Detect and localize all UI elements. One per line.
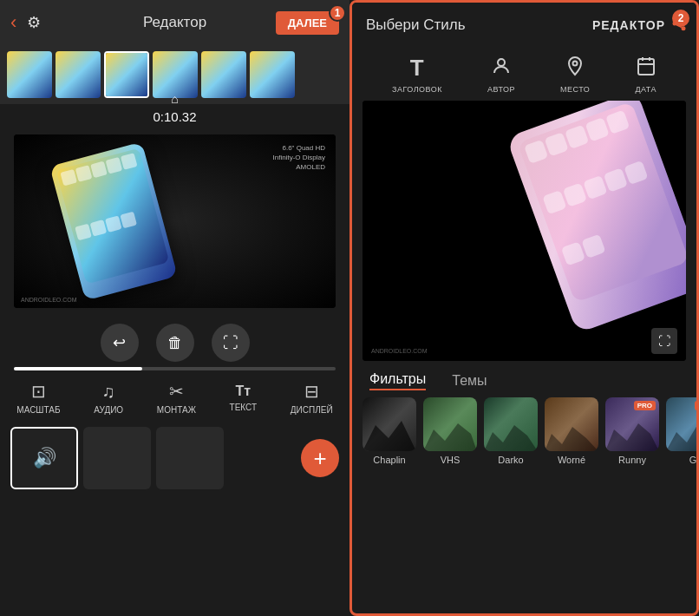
clip-audio[interactable]: 🔊 (10, 427, 78, 489)
heading-icon: T (410, 55, 424, 82)
thumb-1[interactable] (7, 51, 52, 98)
thumb-2[interactable] (56, 51, 101, 98)
left-panel: ‹ ⚙ Редактор ДАЛЕЕ 1 ⌂ 0:10.32 6.6 (0, 0, 350, 616)
filter-row: Chaplin VHS Darko Worné (352, 394, 696, 472)
pro-badge-runny: PRO (634, 401, 656, 410)
filters-tab[interactable]: Фильтры (369, 371, 426, 390)
svg-rect-7 (638, 59, 654, 75)
filter-worne[interactable]: Worné (545, 397, 598, 465)
filter-vhs[interactable]: VHS (423, 397, 477, 465)
speaker-icon: 🔊 (33, 429, 56, 488)
display-icon: ⊟ (304, 381, 319, 402)
svg-marker-15 (605, 423, 659, 451)
editor-label: РЕДАКТОР (592, 18, 665, 32)
calendar-icon (636, 56, 657, 82)
audio-icon: ♫ (102, 382, 115, 402)
watermark-right: ANDROIDLEO.COM (371, 348, 428, 354)
trash-icon: 🗑 (167, 334, 183, 352)
scale-icon: ⊡ (31, 381, 46, 402)
text-icon: Тт (236, 383, 252, 399)
next-button[interactable]: ДАЛЕЕ 1 (276, 11, 339, 35)
scissors-icon: ✂ (169, 381, 184, 402)
time-indicator: 0:10.32 (0, 104, 350, 128)
left-title: Редактор (143, 14, 206, 31)
right-header: Выбери Стиль РЕДАКТОР 2 (352, 3, 696, 48)
thumbnail-strip: ⌂ (0, 45, 350, 104)
clips-strip: 🔊 + (0, 420, 350, 496)
tool-montage[interactable]: ✂ МОНТАЖ (157, 381, 196, 415)
right-panel: Выбери Стиль РЕДАКТОР 2 T ЗАГОЛОВОК АВТО… (350, 0, 699, 616)
video-preview: 6.6" Quad HDInfinity-O DisplayAMOLED AND… (14, 134, 336, 308)
themes-tab[interactable]: Темы (452, 373, 487, 389)
phone-mockup-right (506, 101, 686, 333)
filter-theme-tabs: Фильтры Темы (352, 364, 696, 394)
add-clip-button[interactable]: + (301, 439, 339, 477)
delete-button[interactable]: 🗑 (156, 324, 194, 362)
left-header: ‹ ⚙ Редактор ДАЛЕЕ 1 (0, 0, 350, 45)
timeline-progress (14, 367, 142, 370)
thumb-4[interactable] (153, 51, 198, 98)
svg-marker-14 (545, 427, 598, 451)
watermark-left: ANDROIDLEO.COM (21, 297, 77, 303)
author-icon (491, 56, 512, 82)
timeline-bar[interactable] (14, 367, 336, 370)
style-icon-place[interactable]: МЕСТО (560, 56, 590, 94)
playback-controls: ↩ 🗑 ⛶ (0, 315, 350, 367)
clip-2[interactable] (83, 427, 151, 489)
right-fullscreen-button[interactable]: ⛶ (651, 328, 677, 354)
thumb-6[interactable] (250, 51, 295, 98)
undo-button[interactable]: ↩ (101, 324, 139, 362)
svg-marker-11 (363, 421, 416, 451)
tool-text[interactable]: Тт ТЕКСТ (230, 383, 258, 412)
badge-1: 1 (329, 4, 346, 22)
fullscreen-icon: ⛶ (223, 334, 238, 352)
snap-marker: ⌂ (171, 92, 178, 104)
thumb-3[interactable] (104, 51, 149, 98)
style-icons-row: T ЗАГОЛОВОК АВТОР МЕСТО (352, 48, 696, 97)
filter-runny[interactable]: PRO Runny (605, 397, 659, 465)
filter-chaplin[interactable]: Chaplin (363, 397, 416, 465)
tool-display[interactable]: ⊟ ДИСПЛЕЙ (291, 381, 333, 415)
style-icon-author[interactable]: АВТОР (487, 56, 515, 94)
svg-marker-13 (484, 425, 538, 451)
filter-g[interactable]: PRO G (666, 397, 696, 465)
video-label: 6.6" Quad HDInfinity-O DisplayAMOLED (273, 143, 325, 173)
pro-badge-g: PRO (695, 401, 696, 410)
svg-point-5 (498, 59, 505, 66)
tool-scale[interactable]: ⊡ МАСШТАБ (16, 381, 60, 415)
filter-darko[interactable]: Darko (484, 397, 538, 465)
badge-2: 2 (672, 10, 689, 27)
location-icon (565, 56, 585, 82)
svg-marker-16 (666, 425, 696, 451)
fullscreen-right-icon: ⛶ (658, 334, 670, 348)
clip-3[interactable] (156, 427, 224, 489)
thumb-5[interactable] (201, 51, 246, 98)
back-button[interactable]: ‹ (10, 11, 16, 34)
svg-marker-12 (423, 423, 477, 451)
phone-mockup (49, 141, 178, 300)
svg-point-6 (573, 61, 578, 65)
tool-audio[interactable]: ♫ АУДИО (94, 382, 123, 415)
style-title: Выбери Стиль (366, 16, 466, 34)
fullscreen-button[interactable]: ⛶ (212, 324, 250, 362)
right-video-preview: ANDROIDLEO.COM ⛶ (363, 101, 686, 361)
style-icon-title[interactable]: T ЗАГОЛОВОК (392, 55, 442, 94)
style-icon-date[interactable]: ДАТА (635, 56, 657, 94)
gear-button[interactable]: ⚙ (27, 13, 41, 32)
bottom-toolbar: ⊡ МАСШТАБ ♫ АУДИО ✂ МОНТАЖ Тт ТЕКСТ ⊟ ДИ… (0, 372, 350, 420)
